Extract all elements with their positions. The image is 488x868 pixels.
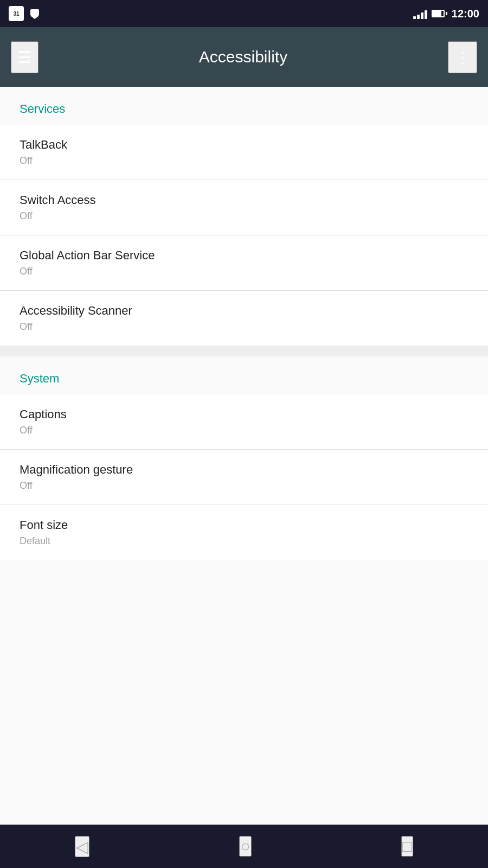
global-action-bar-title: Global Action Bar Service xyxy=(20,248,468,263)
section-spacer xyxy=(0,346,488,356)
calendar-icon: 31 xyxy=(9,6,24,21)
system-section: System Captions Off Magnification gestur… xyxy=(0,356,488,560)
switch-access-subtitle: Off xyxy=(20,210,468,222)
services-section-header: Services xyxy=(0,87,488,125)
accessibility-scanner-subtitle: Off xyxy=(20,321,468,333)
status-time: 12:00 xyxy=(452,8,479,20)
services-section: Services TalkBack Off Switch Access Off … xyxy=(0,87,488,346)
home-button[interactable]: ○ xyxy=(239,836,251,857)
font-size-subtitle: Default xyxy=(20,535,468,547)
accessibility-scanner-item[interactable]: Accessibility Scanner Off xyxy=(0,291,488,346)
more-options-button[interactable]: ⋮ xyxy=(448,41,477,73)
system-section-header: System xyxy=(0,356,488,394)
battery-icon xyxy=(432,10,447,17)
captions-subtitle: Off xyxy=(20,425,468,436)
svg-marker-1 xyxy=(30,16,39,19)
status-bar: 31 12:00 xyxy=(0,0,488,27)
page-title: Accessibility xyxy=(199,48,287,66)
content-area: Services TalkBack Off Switch Access Off … xyxy=(0,87,488,825)
menu-button[interactable]: ☰ xyxy=(11,41,38,73)
notification-icon xyxy=(28,7,41,20)
captions-title: Captions xyxy=(20,407,468,422)
magnification-gesture-title: Magnification gesture xyxy=(20,463,468,477)
recents-button[interactable]: □ xyxy=(401,836,413,857)
nav-bar: ◁ ○ □ xyxy=(0,825,488,868)
back-button[interactable]: ◁ xyxy=(75,836,89,857)
status-bar-right: 12:00 xyxy=(413,8,479,20)
talkback-item[interactable]: TalkBack Off xyxy=(0,125,488,180)
magnification-gesture-item[interactable]: Magnification gesture Off xyxy=(0,450,488,505)
switch-access-item[interactable]: Switch Access Off xyxy=(0,180,488,235)
font-size-item[interactable]: Font size Default xyxy=(0,505,488,560)
captions-item[interactable]: Captions Off xyxy=(0,394,488,450)
status-bar-left: 31 xyxy=(9,6,41,21)
magnification-gesture-subtitle: Off xyxy=(20,480,468,492)
system-label: System xyxy=(20,372,59,385)
talkback-subtitle: Off xyxy=(20,155,468,167)
global-action-bar-item[interactable]: Global Action Bar Service Off xyxy=(0,235,488,291)
switch-access-title: Switch Access xyxy=(20,193,468,207)
services-label: Services xyxy=(20,102,65,116)
talkback-title: TalkBack xyxy=(20,138,468,152)
svg-rect-0 xyxy=(30,9,39,16)
calendar-date: 31 xyxy=(13,11,19,17)
accessibility-scanner-title: Accessibility Scanner xyxy=(20,304,468,318)
signal-icon xyxy=(413,8,427,19)
font-size-title: Font size xyxy=(20,518,468,532)
global-action-bar-subtitle: Off xyxy=(20,266,468,277)
app-bar: ☰ Accessibility ⋮ xyxy=(0,27,488,87)
